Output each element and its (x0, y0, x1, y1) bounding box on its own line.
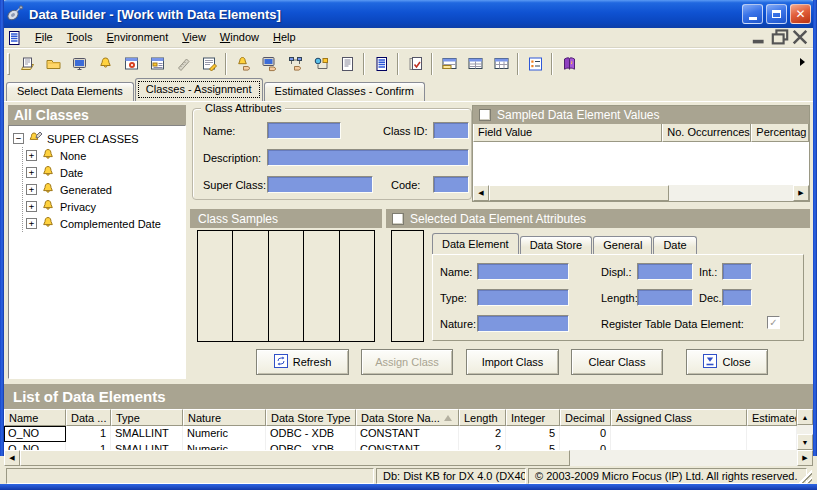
toolbar-grip[interactable] (7, 53, 10, 75)
toolbar-overflow-arrow[interactable] (800, 58, 805, 66)
de-int-input[interactable] (722, 263, 752, 280)
de-displ-input[interactable] (637, 263, 693, 280)
toolbar-document-list-icon[interactable] (335, 52, 359, 75)
tree-item-date[interactable]: +Date (26, 164, 185, 181)
cell-data-store-na[interactable]: CONSTANT (356, 442, 459, 450)
column-header-type[interactable]: Type (111, 409, 183, 426)
scroll-right-icon[interactable]: ▶ (797, 450, 813, 466)
scrollbar-track[interactable] (570, 450, 797, 466)
column-header-assigned-class[interactable]: Assigned Class (611, 409, 747, 426)
scroll-down-icon[interactable]: ▼ (797, 434, 813, 450)
scroll-left-icon[interactable]: ◀ (473, 185, 489, 201)
menu-environment[interactable]: Environment (99, 29, 175, 46)
toolbar-stacked-list-icon[interactable] (369, 52, 393, 75)
close-button[interactable]: ✕ (790, 4, 811, 24)
cell-type[interactable]: SMALLINT (111, 426, 183, 442)
cell-estimated[interactable] (747, 426, 797, 442)
mdi-close-button[interactable] (791, 30, 809, 45)
de-name-input[interactable] (477, 263, 569, 280)
code-input[interactable] (433, 176, 469, 193)
toolbar-table-columns-icon[interactable] (489, 52, 513, 75)
close-button[interactable]: Close (686, 349, 768, 375)
class-id-input[interactable] (433, 122, 469, 139)
scrollbar-track[interactable] (669, 185, 793, 201)
collapse-icon[interactable]: − (13, 133, 24, 144)
toolbar-bell-icon[interactable] (93, 52, 117, 75)
toolbar-table-rows-icon[interactable] (463, 52, 487, 75)
cell-type[interactable]: SMALLINT (111, 442, 183, 450)
tab-data-store[interactable]: Data Store (520, 236, 593, 254)
refresh-button[interactable]: Refresh (256, 349, 349, 375)
toolbar-monitor-icon[interactable] (67, 52, 91, 75)
tab-estimated-classes-confirm[interactable]: Estimated Classes - Confirm (264, 82, 425, 101)
expand-icon[interactable]: + (26, 167, 37, 178)
scrollbar-thumb[interactable] (489, 185, 669, 201)
column-header-decimal[interactable]: Decimal (560, 409, 611, 426)
cell-name[interactable]: O_NO (4, 426, 66, 442)
expand-icon[interactable]: + (26, 184, 37, 195)
cell-data-store-na[interactable]: CONSTANT (356, 426, 459, 442)
menu-file[interactable]: File (28, 29, 60, 46)
toolbar-nodes-hand-icon[interactable] (283, 52, 307, 75)
cell-nature[interactable]: Numeric (183, 442, 266, 450)
table-row-partial[interactable]: O_NO1SMALLINTNumericODBC - XDBCONSTANT25… (4, 442, 797, 450)
cell-decimal[interactable]: 0 (560, 442, 611, 450)
toolbar-help-book-icon[interactable] (557, 52, 581, 75)
minimize-button[interactable] (742, 4, 763, 24)
mdi-restore-button[interactable] (771, 30, 789, 45)
scroll-right-icon[interactable]: ▶ (793, 185, 809, 201)
description-input[interactable] (267, 149, 469, 166)
cell-length[interactable]: 2 (459, 426, 506, 442)
column-header-data-store-na[interactable]: Data Store Na... (356, 409, 459, 426)
cell-length[interactable]: 2 (459, 442, 506, 450)
cell-name[interactable]: O_NO (4, 442, 66, 450)
tab-classes-assignment[interactable]: Classes - Assignment (135, 78, 263, 101)
tree-item-privacy[interactable]: +Privacy (26, 198, 185, 215)
column-header-nature[interactable]: Nature (183, 409, 266, 426)
mdi-minimize-button[interactable] (751, 30, 769, 45)
tab-date[interactable]: Date (653, 236, 696, 254)
sampled-values-list[interactable] (473, 142, 809, 185)
cell-data-store-type[interactable]: ODBC - XDB (266, 426, 356, 442)
toolbar-bell-hand-icon[interactable] (231, 52, 255, 75)
tree-item-none[interactable]: +None (26, 147, 185, 164)
toolbar-table-master-icon[interactable] (437, 52, 461, 75)
cell-estimated[interactable] (747, 442, 797, 450)
scrollbar-thumb[interactable] (20, 450, 570, 466)
toolbar-monitor-hand-icon[interactable] (257, 52, 281, 75)
class-name-input[interactable] (267, 122, 341, 139)
de-dec-input[interactable] (722, 289, 752, 306)
super-class-input[interactable] (267, 176, 373, 193)
toolbar-open-folder-icon[interactable] (41, 52, 65, 75)
tab-data-element[interactable]: Data Element (432, 233, 519, 254)
cell-assigned-class[interactable] (611, 442, 747, 450)
tab-general[interactable]: General (593, 236, 652, 254)
scroll-up-icon[interactable]: ▲ (797, 409, 813, 425)
cell-data[interactable]: 1 (66, 426, 111, 442)
selected-attributes-checkbox[interactable] (392, 213, 404, 225)
resize-grip[interactable] (799, 470, 812, 483)
table-row[interactable]: O_NO1SMALLINTNumericODBC - XDBCONSTANT25… (4, 426, 797, 442)
toolbar-ruler-disabled-icon[interactable] (171, 52, 195, 75)
column-header-percentag[interactable]: Percentag (751, 124, 809, 142)
column-header-name[interactable]: Name (4, 409, 66, 426)
de-nature-input[interactable] (477, 315, 569, 332)
column-header-data[interactable]: Data ... (66, 409, 111, 426)
sampled-values-checkbox[interactable] (479, 109, 491, 121)
toolbar-open-report-icon[interactable] (15, 52, 39, 75)
cell-nature[interactable]: Numeric (183, 426, 266, 442)
de-type-input[interactable] (477, 289, 569, 306)
tree-item-generated[interactable]: +Generated (26, 181, 185, 198)
tree-item-super-classes[interactable]: −SUPER CLASSES (13, 130, 185, 147)
column-header-estimated[interactable]: Estimated (747, 409, 797, 426)
maximize-button[interactable] (766, 4, 787, 24)
menu-help[interactable]: Help (266, 29, 303, 46)
expand-icon[interactable]: + (26, 150, 37, 161)
cell-data-store-type[interactable]: ODBC - XDB (266, 442, 356, 450)
cell-integer[interactable]: 5 (506, 442, 560, 450)
menu-window[interactable]: Window (213, 29, 266, 46)
expand-icon[interactable]: + (26, 201, 37, 212)
column-header-integer[interactable]: Integer (506, 409, 560, 426)
import-class-button[interactable]: Import Class (466, 349, 559, 375)
toolbar-window-edit-icon[interactable] (197, 52, 221, 75)
